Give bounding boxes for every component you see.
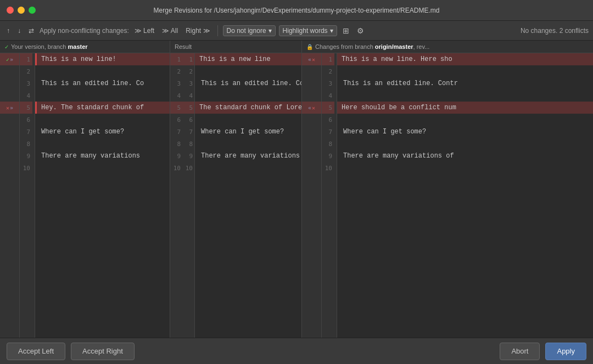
title-bar: Merge Revisions for /Users/jahongirr/Dev… — [0, 0, 593, 21]
check-icon: ✓ — [4, 44, 9, 50]
down-icon: ↓ — [18, 27, 21, 35]
apply-button[interactable]: Apply — [545, 343, 586, 360]
right-line-9: There are many variations of — [337, 150, 593, 162]
right-code-view[interactable]: « ✕ « ✕ 1 2 3 4 — [302, 53, 593, 338]
right-line-10 — [337, 162, 593, 174]
left-line-8 — [35, 138, 170, 150]
right-line-numbers: 1 2 3 4 5 6 7 8 9 10 — [322, 53, 337, 338]
left-panel-header: ✓ Your version, branch master — [0, 41, 170, 53]
left-line-9: There are many variations — [35, 150, 170, 162]
abort-button[interactable]: Abort — [500, 343, 540, 360]
up-button[interactable]: ↑ — [4, 26, 12, 36]
settings-icon-button[interactable]: ⚙ — [355, 25, 366, 36]
editor-area: ✓ Your version, branch master ✓ » ✕ » — [0, 41, 593, 338]
middle-panel: Result 1 2 3 4 5 6 7 8 9 10 1 — [170, 41, 302, 338]
right-line-3: This is an edited line. Contr — [337, 77, 593, 89]
accept-left-button[interactable]: Accept Left — [7, 343, 65, 360]
close-button[interactable] — [7, 7, 14, 14]
right-button[interactable]: Right ≫ — [183, 26, 212, 36]
right-label: Right ≫ — [186, 27, 210, 35]
right-code-lines: This is a new line. Here sho This is an … — [337, 53, 593, 338]
middle-line-4 — [195, 89, 301, 102]
columns-icon: ⊞ — [343, 26, 349, 35]
left-line-4 — [35, 89, 170, 102]
middle-panel-header: Result — [170, 41, 301, 53]
minimize-button[interactable] — [18, 7, 25, 14]
left-conflict-gutter: ✓ » ✕ » — [0, 53, 20, 338]
separator-1 — [217, 25, 218, 36]
middle-line-7: Where can I get some? — [195, 126, 301, 138]
middle-line-8 — [195, 138, 301, 150]
bottom-bar: Accept Left Accept Right Abort Apply — [0, 338, 593, 364]
all-label: ≫ All — [162, 27, 178, 35]
right-line-6 — [337, 114, 593, 126]
left-code-lines: This is a new line! This is an edited li… — [35, 53, 170, 338]
middle-line-6 — [195, 114, 301, 126]
left-line-3: This is an edited line. Co — [35, 77, 170, 89]
columns-icon-button[interactable]: ⊞ — [340, 25, 351, 36]
accept-right-button[interactable]: Accept Right — [71, 343, 135, 360]
sync-icon-button[interactable]: ⇄ — [26, 26, 36, 36]
middle-line-10 — [195, 162, 301, 174]
left-line-7: Where can I get some? — [35, 126, 170, 138]
left-line-2 — [35, 65, 170, 77]
up-icon: ↑ — [7, 27, 10, 35]
left-line-5: Hey. The standard chunk of — [35, 102, 170, 114]
left-line-1: This is a new line! — [35, 53, 170, 65]
chevron-down-icon: ▾ — [330, 27, 333, 35]
left-button[interactable]: ≫ Left — [132, 26, 156, 36]
right-panel: 🔒 Changes from branch origin/master, rev… — [302, 41, 593, 338]
status-text: No changes. 2 conflicts — [521, 27, 589, 35]
left-code-view[interactable]: ✓ » ✕ » 1 2 3 4 — [0, 53, 170, 338]
highlight-dropdown[interactable]: Highlight words ▾ — [279, 25, 337, 36]
gear-icon: ⚙ — [357, 26, 364, 35]
left-panel: ✓ Your version, branch master ✓ » ✕ » — [0, 41, 170, 338]
lock-icon: 🔒 — [306, 44, 313, 50]
left-line-numbers: 1 2 3 4 5 6 7 8 9 10 — [20, 53, 35, 338]
right-line-4 — [337, 89, 593, 102]
right-line-8 — [337, 138, 593, 150]
traffic-lights — [7, 7, 36, 14]
middle-code-lines: This is a new line This is an edited lin… — [195, 53, 301, 338]
middle-dual-gutter: 1 2 3 4 5 6 7 8 9 10 1 2 3 4 5 6 — [170, 53, 195, 338]
left-line-6 — [35, 114, 170, 126]
right-line-1: This is a new line. Here sho — [337, 53, 593, 65]
right-line-7: Where can I get some? — [337, 126, 593, 138]
window-title: Merge Revisions for /Users/jahongirr/Dev… — [154, 7, 440, 14]
right-line-2 — [337, 65, 593, 77]
middle-line-9: There are many variations of p — [195, 150, 301, 162]
right-conflict-gutter: « ✕ « ✕ — [302, 53, 322, 338]
left-label: ≫ Left — [135, 27, 154, 35]
middle-code-view[interactable]: 1 2 3 4 5 6 7 8 9 10 1 2 3 4 5 6 — [170, 53, 301, 338]
chevron-down-icon: ▾ — [268, 27, 272, 35]
middle-line-3: This is an edited line. Contra — [195, 77, 301, 89]
maximize-button[interactable] — [29, 7, 36, 14]
apply-non-conflicting-label: Apply non-conflicting changes: — [40, 27, 129, 35]
right-panel-header: 🔒 Changes from branch origin/master, rev… — [302, 41, 593, 53]
middle-line-5: The standard chunk of Lorem Ip — [195, 102, 301, 114]
right-line-5: Here should be a conflict num — [337, 102, 593, 114]
down-button[interactable]: ↓ — [15, 26, 23, 36]
all-button[interactable]: ≫ All — [160, 26, 180, 36]
sync-icon: ⇄ — [29, 27, 34, 35]
toolbar: ↑ ↓ ⇄ Apply non-conflicting changes: ≫ L… — [0, 21, 593, 41]
ignore-dropdown[interactable]: Do not ignore ▾ — [223, 25, 276, 36]
left-line-10 — [35, 162, 170, 174]
middle-line-1: This is a new line — [195, 53, 301, 65]
middle-line-2 — [195, 65, 301, 77]
